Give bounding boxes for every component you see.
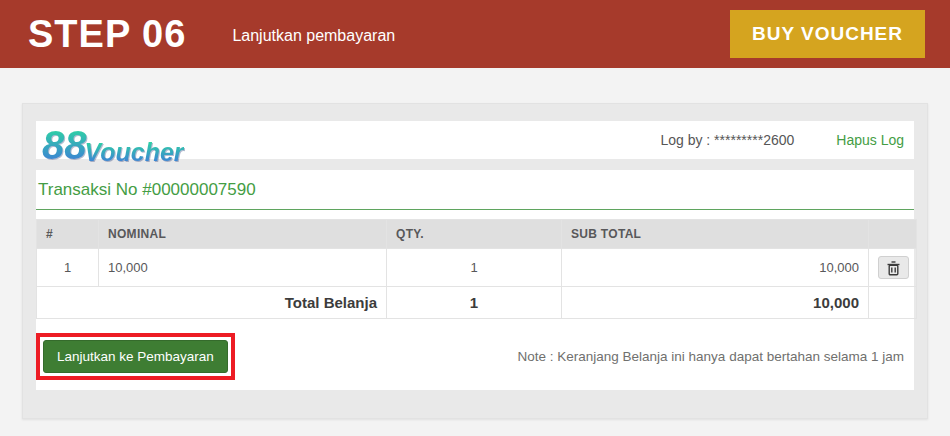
row-index: 1 [37,249,99,287]
delete-item-button[interactable] [878,256,909,279]
total-qty: 1 [387,287,562,319]
header-subtotal: SUB TOTAL [562,220,869,249]
site-logo[interactable]: 88 Voucher [42,127,184,163]
total-row: Total Belanja 1 10,000 [37,287,917,319]
row-nominal: 10,000 [99,249,387,287]
card-footer: Lanjutkan ke Pembayaran Note : Keranjang… [36,333,914,380]
transaction-title: Transaksi No #00000007590 [36,170,914,210]
row-qty: 1 [387,249,562,287]
hapus-log-link[interactable]: Hapus Log [836,132,904,148]
transaction-content: Transaksi No #00000007590 # NOMINAL QTY.… [36,170,914,390]
log-by-text: Log by : *********2600 [660,132,794,148]
trash-icon [887,261,900,276]
total-subtotal: 10,000 [562,287,869,319]
header-index: # [37,220,99,249]
buy-voucher-button[interactable]: BUY VOUCHER [730,10,925,58]
step-header: STEP 06 Lanjutkan pembayaran BUY VOUCHER [0,0,950,68]
step-title: STEP 06 [28,13,186,56]
table-header-row: # NOMINAL QTY. SUB TOTAL [37,220,917,249]
annotation-highlight: Lanjutkan ke Pembayaran [36,333,235,380]
header-qty: QTY. [387,220,562,249]
logo-voucher-text: Voucher [85,141,184,164]
row-action-cell [869,249,917,287]
session-info: Log by : *********2600 Hapus Log [660,132,904,148]
row-subtotal: 10,000 [562,249,869,287]
header-nominal: NOMINAL [99,220,387,249]
total-action-cell [869,287,917,319]
logo-88-text: 88 [42,127,87,163]
cart-table: # NOMINAL QTY. SUB TOTAL 1 10,000 1 10,0… [36,219,917,319]
step-description: Lanjutkan pembayaran [232,27,395,45]
voucher-panel: 88 Voucher Log by : *********2600 Hapus … [22,103,928,419]
header-action [869,220,917,249]
cart-note: Note : Keranjang Belanja ini hanya dapat… [517,349,914,364]
logo-bar: 88 Voucher Log by : *********2600 Hapus … [36,121,914,159]
continue-payment-button[interactable]: Lanjutkan ke Pembayaran [43,340,228,373]
table-row: 1 10,000 1 10,000 [37,249,917,287]
total-label: Total Belanja [37,287,387,319]
